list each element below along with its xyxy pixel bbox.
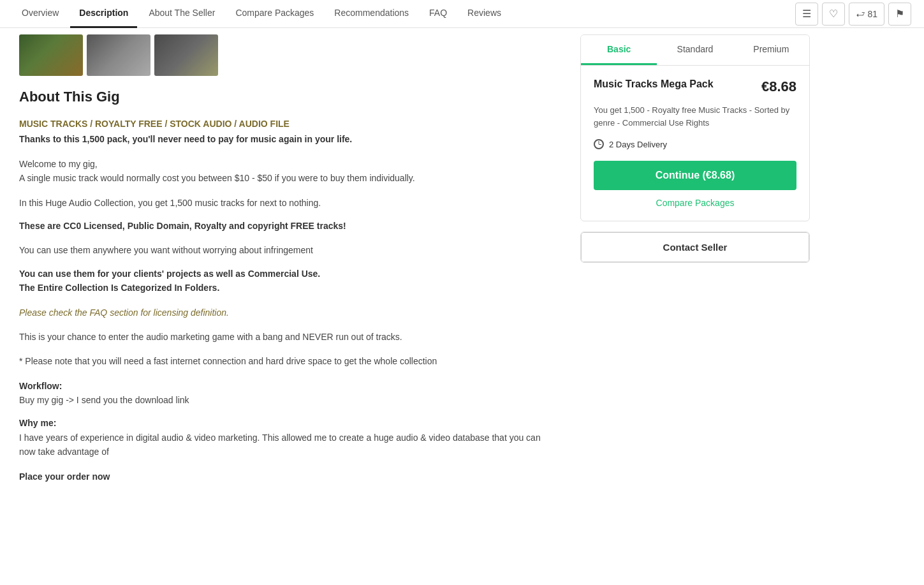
main-layout: About This Gig MUSIC TRACKS / ROYALTY FR… xyxy=(0,28,924,513)
p8-workflow-label: Workflow: xyxy=(19,379,555,393)
contact-panel: Contact Seller xyxy=(580,232,810,263)
p1-bold: Thanks to this 1,500 pack, you'll never … xyxy=(19,132,555,146)
package-header: Music Tracks Mega Pack €8.68 xyxy=(594,78,796,95)
thumbnails xyxy=(19,34,555,76)
tab-premium[interactable]: Premium xyxy=(733,35,809,65)
thumbnail-2[interactable] xyxy=(87,34,150,76)
tab-basic[interactable]: Basic xyxy=(581,35,657,65)
paragraph-8: Workflow: Buy my gig -> I send you the d… xyxy=(19,379,555,459)
sidebar: Basic Standard Premium Music Tracks Mega… xyxy=(574,28,823,513)
share-count: 81 xyxy=(867,9,877,19)
thumbnail-1[interactable] xyxy=(19,34,83,76)
nav-link-description[interactable]: Description xyxy=(70,0,137,28)
flag-button[interactable]: ⚑ xyxy=(888,3,911,26)
nav-links: Overview Description About The Seller Co… xyxy=(13,0,510,28)
nav-actions: ☰ ♡ ⮐ 81 ⚑ xyxy=(795,3,911,26)
p8-workflow-text: Buy my gig -> I send you the download li… xyxy=(19,393,555,407)
clock-icon xyxy=(594,139,604,149)
package-price: €8.68 xyxy=(761,78,796,95)
paragraph-3: In this Huge Audio Collection, you get 1… xyxy=(19,196,555,233)
paragraph-6: This is your chance to enter the audio m… xyxy=(19,330,555,344)
p4-bold2: The Entire Collection Is Categorized In … xyxy=(19,281,555,295)
share-icon: ⮐ xyxy=(856,9,865,19)
nav-link-recommendations[interactable]: Recommendations xyxy=(325,0,418,28)
share-count-button[interactable]: ⮐ 81 xyxy=(849,3,884,26)
p2-normal: Welcome to my gig, A single music track … xyxy=(19,157,555,186)
p8-whyme-label: Why me: xyxy=(19,416,555,430)
paragraph-2: Welcome to my gig, A single music track … xyxy=(19,157,555,186)
nav-link-about-seller[interactable]: About The Seller xyxy=(140,0,224,28)
paragraph-1: MUSIC TRACKS / ROYALTY FREE / STOCK AUDI… xyxy=(19,117,555,147)
continue-button[interactable]: Continue (€8.68) xyxy=(594,161,796,190)
package-description: You get 1,500 - Royalty free Music Track… xyxy=(594,104,796,129)
p4-bold1: You can use them for your clients' proje… xyxy=(19,267,555,281)
thumbnail-3[interactable] xyxy=(154,34,218,76)
p7-normal: * Please note that you will need a fast … xyxy=(19,354,555,368)
paragraph-4: You can use them anywhere you want witho… xyxy=(19,243,555,295)
paragraph-5: Please check the FAQ section for licensi… xyxy=(19,306,555,320)
compare-packages-link[interactable]: Compare Packages xyxy=(594,198,796,208)
favorite-button[interactable]: ♡ xyxy=(822,3,845,26)
package-delivery: 2 Days Delivery xyxy=(594,139,796,149)
p3-bold: These are CC0 Licensed, Public Domain, R… xyxy=(19,219,555,233)
section-title: About This Gig xyxy=(19,89,555,105)
paragraph-7: * Please note that you will need a fast … xyxy=(19,354,555,368)
menu-icon: ☰ xyxy=(802,8,811,20)
contact-seller-button[interactable]: Contact Seller xyxy=(581,232,809,262)
p2-line1: Welcome to my gig, xyxy=(19,159,98,169)
heart-icon: ♡ xyxy=(829,8,838,20)
package-panel: Basic Standard Premium Music Tracks Mega… xyxy=(580,34,810,221)
p1-highlight: MUSIC TRACKS / ROYALTY FREE / STOCK AUDI… xyxy=(19,117,555,131)
p6-normal: This is your chance to enter the audio m… xyxy=(19,330,555,344)
nav-link-overview[interactable]: Overview xyxy=(13,0,68,28)
top-navigation: Overview Description About The Seller Co… xyxy=(0,0,924,28)
p2-line2: A single music track would normally cost… xyxy=(19,173,415,183)
p3-normal: In this Huge Audio Collection, you get 1… xyxy=(19,196,555,210)
tab-standard[interactable]: Standard xyxy=(657,35,733,65)
flag-icon: ⚑ xyxy=(895,8,904,20)
nav-link-faq[interactable]: FAQ xyxy=(420,0,456,28)
nav-link-reviews[interactable]: Reviews xyxy=(458,0,510,28)
delivery-text: 2 Days Delivery xyxy=(609,140,667,149)
package-content: Music Tracks Mega Pack €8.68 You get 1,5… xyxy=(581,66,809,221)
p8-whyme-text: I have years of experience in digital au… xyxy=(19,431,555,459)
content-area: About This Gig MUSIC TRACKS / ROYALTY FR… xyxy=(0,28,574,513)
menu-button[interactable]: ☰ xyxy=(795,3,818,26)
p5-italic: Please check the FAQ section for licensi… xyxy=(19,306,555,320)
p4-normal: You can use them anywhere you want witho… xyxy=(19,243,555,257)
paragraph-9: Place your order now xyxy=(19,470,555,484)
nav-link-compare-packages[interactable]: Compare Packages xyxy=(226,0,323,28)
p9-bold: Place your order now xyxy=(19,470,555,484)
package-tabs: Basic Standard Premium xyxy=(581,35,809,66)
package-name: Music Tracks Mega Pack xyxy=(594,78,714,90)
